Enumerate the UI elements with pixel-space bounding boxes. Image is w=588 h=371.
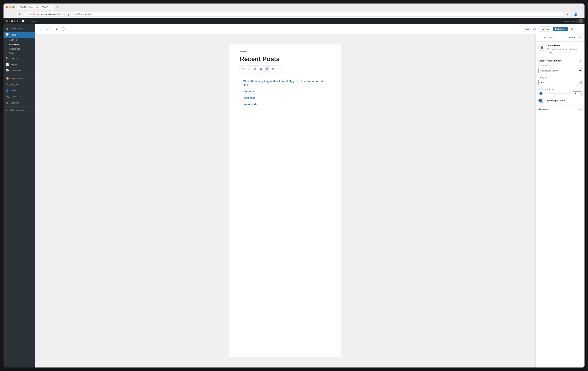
browser-tab[interactable]: Add New Post ‹ test — WordP... × xyxy=(17,5,54,10)
sidebar-item-label-media: Media xyxy=(10,57,17,60)
collapse-menu-button[interactable]: ◀ Collapse menu xyxy=(3,107,35,113)
posts-icon: 📝 xyxy=(6,33,9,36)
topbar-comments[interactable]: 💬 0 xyxy=(20,18,28,24)
preview-button[interactable]: Preview xyxy=(539,26,551,32)
items-row xyxy=(538,91,582,96)
nav-back-button[interactable]: ← xyxy=(6,12,10,16)
toggle-thumb xyxy=(542,99,545,102)
block-align-right-btn[interactable]: ▦ xyxy=(258,66,264,72)
block-more-btn[interactable]: ⋮ xyxy=(276,66,282,72)
dot-green[interactable] xyxy=(12,6,15,8)
tools-icon: 🔧 xyxy=(6,95,9,98)
sidebar-item-label-plugins: Plugins xyxy=(10,83,18,86)
editor-right-sidebar: Document Block × ⊟ Latest Posts Display xyxy=(536,34,585,368)
order-by-select[interactable]: Newest to Oldest Oldest to Newest A → Z … xyxy=(538,68,582,74)
panel-header-latest-posts[interactable]: Latest Posts Settings ▲ xyxy=(536,57,585,64)
items-number-input[interactable] xyxy=(573,91,582,96)
sidebar-close-button[interactable]: × xyxy=(578,35,583,40)
post-link-2[interactable]: Columns xyxy=(243,89,327,93)
tab-add-button[interactable]: + xyxy=(56,5,58,9)
comments-nav-icon: 💬 xyxy=(6,69,9,72)
sidebar-tabs: Document Block × xyxy=(536,34,585,42)
dot-red[interactable] xyxy=(6,6,8,8)
dot-yellow[interactable] xyxy=(9,6,11,8)
post-link-4[interactable]: Hello world! xyxy=(243,103,327,106)
comments-icon: 💬 xyxy=(21,20,24,22)
menu-icon[interactable]: ⋮ xyxy=(579,12,582,16)
nav-refresh-button[interactable]: ↻ xyxy=(18,12,22,16)
appearance-icon: 🎨 xyxy=(6,76,9,80)
block-table-btn[interactable]: ⊞ xyxy=(270,66,276,72)
address-field[interactable]: ⚠ Not Secure test.local/wp-admin/post.ph… xyxy=(24,12,564,17)
add-block-button[interactable]: ＋ xyxy=(38,26,44,32)
sidebar-item-pages[interactable]: 📄 Pages xyxy=(3,61,35,67)
sidebar-item-label-pages: Pages xyxy=(10,63,17,66)
category-group: Category All Uncategorized xyxy=(538,76,582,85)
wp-logo-icon[interactable]: ⊕ xyxy=(5,19,8,23)
not-secure-label: Not Secure xyxy=(29,13,40,16)
info-icon[interactable]: ⓘ xyxy=(570,12,573,16)
category-select[interactable]: All Uncategorized xyxy=(538,80,582,85)
panel-title-latest-posts: Latest Posts Settings xyxy=(538,59,562,62)
editor-canvas: Recent Posts ☰ ≡ ▤ ▦ ⊟ ⊞ ⋮ xyxy=(35,34,536,368)
nav-forward-button[interactable]: → xyxy=(12,12,16,16)
sidebar-item-comments[interactable]: 💬 Comments xyxy=(3,67,35,74)
list-view-button[interactable]: ☰ xyxy=(67,26,74,32)
sidebar-tags[interactable]: Tags xyxy=(3,51,35,55)
publish-button[interactable]: Publish... xyxy=(553,27,568,31)
browser-dots xyxy=(6,6,15,8)
topbar-new[interactable]: + New xyxy=(28,18,37,24)
category-label: Category xyxy=(538,76,582,79)
block-align-center-btn[interactable]: ▤ xyxy=(252,66,258,72)
browser-titlebar: Add New Post ‹ test — WordP... × + xyxy=(3,3,585,11)
block-separator xyxy=(240,52,247,52)
undo-button[interactable]: ↩ xyxy=(45,26,52,32)
not-secure-indicator: ⚠ Not Secure xyxy=(27,13,40,16)
account-icon[interactable]: 👤 xyxy=(574,12,578,16)
address-actions: ★ ⓘ 👤 ⋮ xyxy=(566,12,582,16)
tab-close-button[interactable]: × xyxy=(51,6,52,8)
block-info-icon: ⊟ xyxy=(538,44,545,51)
sidebar-item-label-posts: Posts xyxy=(10,33,16,36)
editor-content-area: Recent Posts ☰ ≡ ▤ ▦ ⊟ ⊞ ⋮ xyxy=(35,34,585,368)
sidebar-item-appearance[interactable]: 🎨 Appearance xyxy=(3,75,35,81)
editor-page[interactable]: Recent Posts ☰ ≡ ▤ ▦ ⊟ ⊞ ⋮ xyxy=(229,44,341,357)
sidebar-item-plugins[interactable]: 🔌 Plugins xyxy=(3,81,35,87)
howdy-text: Howdy, admin xyxy=(564,20,578,22)
settings-button[interactable]: ⚙ xyxy=(569,26,575,32)
block-align-left-btn[interactable]: ≡ xyxy=(247,66,252,72)
block-list-view-btn[interactable]: ☰ xyxy=(241,66,246,72)
display-date-toggle[interactable] xyxy=(538,99,546,103)
panel-header-advanced[interactable]: Advanced ▼ xyxy=(536,106,585,113)
sidebar-item-posts[interactable]: 📝 Posts xyxy=(3,32,35,38)
recent-posts-block: This title is very long and will hopeful… xyxy=(240,76,331,110)
post-link-1[interactable]: This title is very long and will hopeful… xyxy=(243,79,327,87)
wp-sidebar: ⊞ Dashboard 📝 Posts All Posts Add New Ca… xyxy=(3,24,35,368)
topbar-site-name[interactable]: 🏠 test xyxy=(9,18,19,24)
editor-toolbar: ＋ ↩ ↪ ⓘ ☰ Save Draft Preview Publish... … xyxy=(35,24,585,34)
items-slider-container xyxy=(538,92,570,95)
users-icon: 👤 xyxy=(6,89,9,92)
sidebar-categories[interactable]: Categories xyxy=(3,47,35,51)
items-slider[interactable] xyxy=(538,92,570,95)
sidebar-item-media[interactable]: 🖼 Media xyxy=(3,55,35,61)
more-options-button[interactable]: ⋮ xyxy=(577,26,582,32)
sidebar-item-label-appearance: Appearance xyxy=(10,77,23,80)
bookmark-icon[interactable]: ★ xyxy=(566,12,568,16)
sidebar-item-tools[interactable]: 🔧 Tools xyxy=(3,94,35,100)
block-grid-btn[interactable]: ⊟ xyxy=(264,66,270,72)
info-button[interactable]: ⓘ xyxy=(60,26,66,32)
sidebar-item-users[interactable]: 👤 Users xyxy=(3,87,35,94)
sidebar-all-posts[interactable]: All Posts xyxy=(3,38,35,42)
save-draft-button[interactable]: Save Draft xyxy=(524,27,537,31)
sidebar-add-new[interactable]: Add New xyxy=(3,42,35,47)
block-title: Recent Posts xyxy=(240,55,331,63)
sidebar-item-settings[interactable]: ⚙ Settings xyxy=(3,100,35,106)
post-link-3[interactable]: Link Test xyxy=(243,96,327,100)
sidebar-item-label-users: Users xyxy=(10,89,16,92)
sidebar-item-dashboard[interactable]: ⊞ Dashboard xyxy=(3,26,35,32)
redo-button[interactable]: ↪ xyxy=(52,26,59,32)
dashboard-icon: ⊞ xyxy=(6,27,9,30)
panel-title-advanced: Advanced xyxy=(538,108,549,111)
tab-document[interactable]: Document xyxy=(536,34,560,41)
